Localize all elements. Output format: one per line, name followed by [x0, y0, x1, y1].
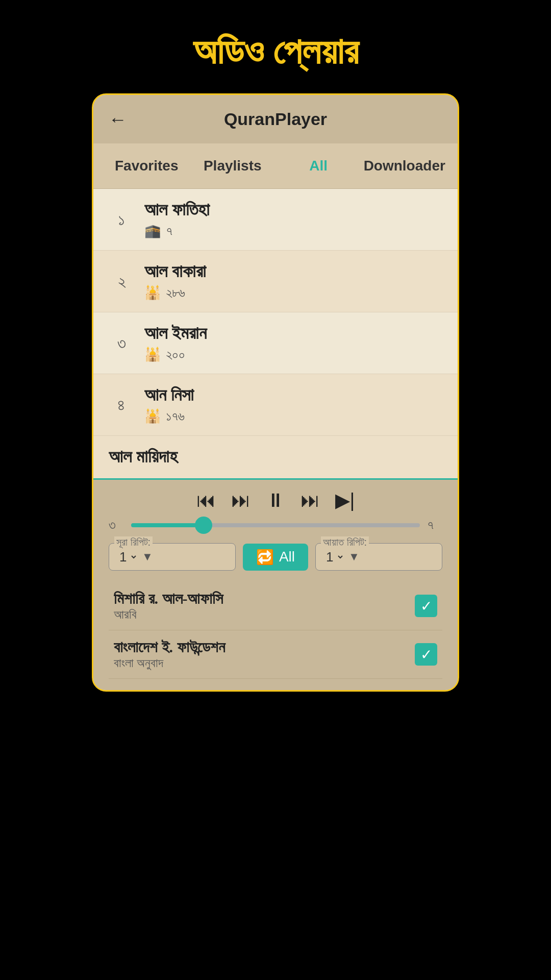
repeat-row: সূরা রিপিট: 1 2 3 ▼ 🔁 All আয়াত রিপিট: 1… [109, 543, 442, 571]
ayat-repeat-label: আয়াত রিপিট: [321, 536, 369, 548]
surah-item-3[interactable]: ৩ আল ইমরান 🕌 ২০০ [93, 312, 458, 374]
reciter-checkbox-1[interactable]: ✓ [415, 595, 437, 617]
player-section: ⏮ ⏭︎ ⏸ ⏭ ▶| ৩ ৭ সূরা রিপিট: 1 2 3 [93, 478, 458, 690]
tab-playlists[interactable]: Playlists [190, 153, 276, 179]
repeat-icon: 🔁 [256, 549, 274, 566]
surah-repeat-box: সূরা রিপিট: 1 2 3 ▼ [109, 543, 236, 571]
surah-count-1: ৭ [166, 224, 172, 239]
surah-name-5: আল মায়িদাহ [109, 447, 178, 466]
repeat-all-button[interactable]: 🔁 All [243, 544, 308, 571]
app-header: ← QuranPlayer [93, 95, 458, 143]
surah-item-4[interactable]: ৪ আন নিসা 🕌 ১৭৬ [93, 374, 458, 436]
tab-favorites[interactable]: Favorites [104, 153, 190, 179]
progress-row: ৩ ৭ [109, 518, 442, 533]
surah-count-3: ২০০ [166, 347, 185, 362]
reciter-name-2: বাংলাদেশ ই. ফাউন্ডেশন [114, 639, 225, 656]
mosque-icon-4: 🕌 [144, 408, 161, 424]
surah-name-3: আল ইমরান [144, 324, 207, 344]
surah-name-4: আন নিসা [144, 385, 194, 405]
surah-count-4: ১৭৬ [166, 409, 185, 424]
reciter-checkbox-2[interactable]: ✓ [415, 643, 437, 666]
surah-item-2[interactable]: ২ আল বাকারা 🕌 ২৮৬ [93, 251, 458, 312]
surah-name-1: আল ফাতিহা [144, 200, 210, 220]
surah-name-2: আল বাকারা [144, 262, 206, 282]
surah-number-4: ৪ [109, 396, 134, 414]
progress-bar[interactable] [131, 523, 420, 527]
surah-list: ১ আল ফাতিহা 🕋 ৭ ২ আল বাকারা 🕌 ২৮৬ ৩ [93, 189, 458, 478]
current-time: ৩ [109, 518, 124, 533]
surah-number-1: ১ [109, 210, 134, 229]
next-button[interactable]: ⏭ [300, 489, 320, 511]
surah-item-5-partial[interactable]: আল মায়িদাহ [93, 436, 458, 478]
prev-button[interactable]: ⏭︎ [231, 489, 251, 511]
reciter-lang-1: আরবি [114, 608, 223, 622]
total-time: ৭ [427, 518, 442, 533]
mosque-icon-1: 🕋 [144, 223, 161, 239]
page-title: অডিও প্লেয়ার [193, 31, 359, 73]
surah-number-3: ৩ [109, 334, 134, 353]
surah-number-2: ২ [109, 272, 134, 291]
reciter-item-1[interactable]: মিশারি র. আল-আফাসি আরবি ✓ [109, 582, 442, 630]
ayat-repeat-dropdown-icon: ▼ [348, 550, 360, 564]
app-container: ← QuranPlayer Favorites Playlists All Do… [92, 93, 459, 692]
progress-fill [131, 523, 204, 527]
reciter-lang-2: বাংলা অনুবাদ [114, 656, 225, 670]
reciter-item-2[interactable]: বাংলাদেশ ই. ফাউন্ডেশন বাংলা অনুবাদ ✓ [109, 630, 442, 679]
app-title: QuranPlayer [114, 109, 437, 129]
mosque-icon-2: 🕌 [144, 285, 161, 301]
ayat-repeat-box: আয়াত রিপিট: 1 2 3 ▼ [315, 543, 442, 571]
reciter-name-1: মিশারি র. আল-আফাসি [114, 590, 223, 608]
player-controls: ⏮ ⏭︎ ⏸ ⏭ ▶| [109, 489, 442, 511]
repeat-all-label: All [279, 549, 295, 565]
back-button[interactable]: ← [109, 109, 127, 130]
surah-repeat-dropdown-icon: ▼ [142, 550, 153, 564]
tab-downloader[interactable]: Downloader [362, 153, 448, 179]
ayat-repeat-select[interactable]: 1 2 3 [324, 549, 344, 565]
tab-all[interactable]: All [276, 153, 362, 179]
tabs-bar: Favorites Playlists All Downloader [93, 143, 458, 189]
surah-item-1[interactable]: ১ আল ফাতিহা 🕋 ৭ [93, 189, 458, 251]
skip-to-end-button[interactable]: ▶| [335, 489, 355, 511]
skip-to-start-button[interactable]: ⏮ [196, 489, 216, 511]
mosque-icon-3: 🕌 [144, 347, 161, 362]
surah-repeat-select[interactable]: 1 2 3 [117, 549, 138, 565]
pause-button[interactable]: ⏸ [266, 489, 285, 511]
surah-repeat-label: সূরা রিপিট: [114, 536, 153, 548]
surah-count-2: ২৮৬ [166, 285, 185, 301]
progress-thumb[interactable] [195, 517, 212, 534]
